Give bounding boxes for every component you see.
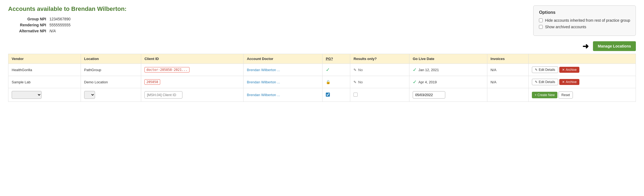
results-only-cell: ✎ No — [350, 76, 409, 88]
alternative-npi-value: N/A — [49, 29, 56, 33]
new-row-form: Brendan Wilberton ... + Create New Reset — [8, 88, 636, 102]
go-live-date-header: Go Live Date — [409, 54, 487, 64]
go-live-date-input-cell — [409, 88, 487, 102]
options-title: Options — [539, 10, 630, 15]
arrow-icon: ➜ — [582, 42, 589, 51]
new-row-actions: + Create New Reset — [532, 91, 632, 99]
location-header: Location — [81, 54, 141, 64]
archive-button[interactable]: ✕ Archive — [559, 67, 579, 73]
vendor-cell: Sample Lab — [8, 76, 81, 88]
new-row-actions-cell: + Create New Reset — [529, 88, 636, 102]
location-select[interactable] — [84, 91, 95, 99]
vendor-header: Vendor — [8, 54, 81, 64]
edit-details-button[interactable]: ✎ Edit Details — [532, 67, 558, 73]
account-doctor-new-cell: Brendan Wilberton ... — [244, 88, 323, 102]
client-id-value: doctor-205858-2021... — [144, 67, 190, 72]
actions-header — [529, 54, 636, 64]
invoices-cell: N/A — [487, 76, 528, 88]
vendor-select[interactable] — [12, 91, 42, 99]
edit-icon: ✎ — [535, 68, 538, 72]
edit-details-button[interactable]: ✎ Edit Details — [532, 79, 558, 85]
create-new-button[interactable]: + Create New — [532, 92, 557, 98]
pg-cell: ✓ — [323, 64, 350, 76]
account-doctor-cell: Brendan Wilberton ... — [244, 64, 323, 76]
options-panel: Options Hide accounts inherited from res… — [533, 5, 636, 36]
results-only-header: Results only? — [350, 54, 409, 64]
archive-button[interactable]: ✕ Archive — [559, 79, 579, 85]
client-id-cell: doctor-205858-2021... — [141, 64, 244, 76]
show-archived-option[interactable]: Show archived accounts — [539, 25, 630, 29]
hide-inherited-option[interactable]: Hide accounts inherited from rest of pra… — [539, 18, 630, 23]
vendor-select-cell — [8, 88, 81, 102]
go-live-date-input[interactable] — [413, 91, 445, 99]
account-doctor-cell: Brendan Wilberton ... — [244, 76, 323, 88]
results-only-checkbox-cell — [350, 88, 409, 102]
go-live-date-cell: ✓ Jan 12, 2021 — [409, 64, 487, 76]
table-header-row: Vendor Location Client ID Account Doctor… — [8, 54, 636, 64]
results-only-checkbox[interactable] — [353, 93, 358, 97]
invoices-cell: N/A — [487, 64, 528, 76]
x-icon: ✕ — [562, 80, 565, 84]
table-row: Sample Lab Demo Location 205858 Brendan … — [8, 76, 636, 88]
manage-locations-area: ➜ Manage Locations — [8, 41, 636, 51]
client-id-cell: 205858 — [141, 76, 244, 88]
pg-cell: 🔒 — [323, 76, 350, 88]
table-row: HealthGorilla PathGroup doctor-205858-20… — [8, 64, 636, 76]
go-live-check-icon: ✓ — [413, 67, 417, 73]
group-npi-value: 1234567890 — [49, 17, 71, 21]
hide-inherited-checkbox[interactable] — [539, 18, 543, 22]
account-doctor-new-link[interactable]: Brendan Wilberton ... — [247, 93, 280, 97]
rendering-npi-value: 5555555555 — [49, 23, 71, 27]
results-only-cell: ✎ No — [350, 64, 409, 76]
row-actions: ✎ Edit Details ✕ Archive — [532, 67, 632, 73]
reset-button[interactable]: Reset — [558, 91, 573, 99]
edit-icon: ✎ — [353, 80, 356, 84]
edit-icon: ✎ — [535, 80, 538, 84]
actions-cell: ✎ Edit Details ✕ Archive — [529, 76, 636, 88]
pg-checkbox-cell — [323, 88, 350, 102]
accounts-table: Vendor Location Client ID Account Doctor… — [8, 54, 636, 102]
account-doctor-link[interactable]: Brendan Wilberton ... — [247, 68, 280, 72]
vendor-cell: HealthGorilla — [8, 64, 81, 76]
go-live-date-cell: ✓ Apr 4, 2019 — [409, 76, 487, 88]
client-id-input[interactable] — [144, 91, 182, 99]
location-select-cell — [81, 88, 141, 102]
x-icon: ✕ — [562, 68, 565, 72]
lock-icon: 🔒 — [326, 80, 330, 84]
row-actions: ✎ Edit Details ✕ Archive — [532, 79, 632, 85]
pg-header: PG? — [323, 54, 350, 64]
pg-checkbox[interactable] — [326, 93, 330, 97]
alternative-npi-label: Alternative NPI — [14, 29, 46, 33]
location-cell: Demo Location — [81, 76, 141, 88]
show-archived-checkbox[interactable] — [539, 25, 543, 29]
account-doctor-header: Account Doctor — [244, 54, 323, 64]
account-doctor-link[interactable]: Brendan Wilberton ... — [247, 80, 280, 84]
pg-check-icon: ✓ — [326, 67, 330, 72]
invoices-new-cell — [487, 88, 528, 102]
client-id-value: 205858 — [144, 79, 160, 85]
rendering-npi-label: Rendering NPI — [14, 23, 46, 27]
group-npi-label: Group NPI — [14, 17, 46, 21]
manage-locations-button[interactable]: Manage Locations — [593, 41, 636, 51]
npi-info: Group NPI 1234567890 Rendering NPI 55555… — [14, 17, 127, 33]
actions-cell: ✎ Edit Details ✕ Archive — [529, 64, 636, 76]
location-cell: PathGroup — [81, 64, 141, 76]
invoices-header: Invoices — [487, 54, 528, 64]
edit-icon: ✎ — [353, 68, 356, 72]
client-id-header: Client ID — [141, 54, 244, 64]
go-live-check-icon: ✓ — [413, 79, 417, 85]
page-title: Accounts available to Brendan Wilberton: — [8, 5, 127, 12]
client-id-input-cell — [141, 88, 244, 102]
